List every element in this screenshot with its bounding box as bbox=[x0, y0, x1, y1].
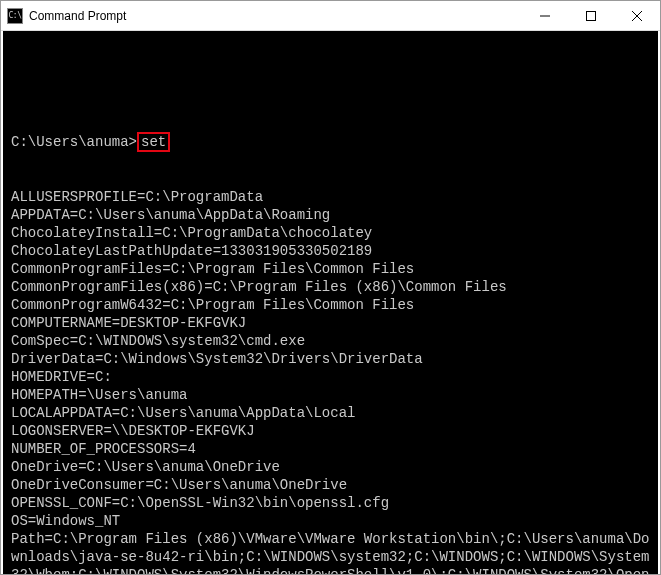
output-line: ALLUSERSPROFILE=C:\ProgramData bbox=[11, 188, 650, 206]
output-line: HOMEPATH=\Users\anuma bbox=[11, 386, 650, 404]
output-line: CommonProgramFiles=C:\Program Files\Comm… bbox=[11, 260, 650, 278]
output-lines: ALLUSERSPROFILE=C:\ProgramDataAPPDATA=C:… bbox=[11, 188, 650, 574]
output-line: CommonProgramFiles(x86)=C:\Program Files… bbox=[11, 278, 650, 296]
output-line: NUMBER_OF_PROCESSORS=4 bbox=[11, 440, 650, 458]
output-line: OneDriveConsumer=C:\Users\anuma\OneDrive bbox=[11, 476, 650, 494]
output-line: ChocolateyLastPathUpdate=133031905330502… bbox=[11, 242, 650, 260]
output-line: Path=C:\Program Files (x86)\VMware\VMwar… bbox=[11, 530, 650, 574]
output-line: DriverData=C:\Windows\System32\Drivers\D… bbox=[11, 350, 650, 368]
command-highlight: set bbox=[137, 132, 170, 152]
output-line: LOGONSERVER=\\DESKTOP-EKFGVKJ bbox=[11, 422, 650, 440]
output-line: OneDrive=C:\Users\anuma\OneDrive bbox=[11, 458, 650, 476]
output-line: CommonProgramW6432=C:\Program Files\Comm… bbox=[11, 296, 650, 314]
titlebar: C:\ Command Prompt bbox=[1, 1, 660, 31]
window-controls bbox=[522, 1, 660, 30]
output-line: ComSpec=C:\WINDOWS\system32\cmd.exe bbox=[11, 332, 650, 350]
svg-rect-1 bbox=[587, 11, 596, 20]
output-line: COMPUTERNAME=DESKTOP-EKFGVKJ bbox=[11, 314, 650, 332]
prompt-line: C:\Users\anuma>set bbox=[11, 133, 650, 152]
cmd-icon: C:\ bbox=[7, 8, 23, 24]
output-line: APPDATA=C:\Users\anuma\AppData\Roaming bbox=[11, 206, 650, 224]
output-line: LOCALAPPDATA=C:\Users\anuma\AppData\Loca… bbox=[11, 404, 650, 422]
output-line: ChocolateyInstall=C:\ProgramData\chocola… bbox=[11, 224, 650, 242]
maximize-button[interactable] bbox=[568, 1, 614, 30]
output-line: OPENSSL_CONF=C:\OpenSSL-Win32\bin\openss… bbox=[11, 494, 650, 512]
output-line: OS=Windows_NT bbox=[11, 512, 650, 530]
output-line: HOMEDRIVE=C: bbox=[11, 368, 650, 386]
terminal-output[interactable]: C:\Users\anuma>set ALLUSERSPROFILE=C:\Pr… bbox=[3, 31, 658, 574]
command-text: set bbox=[141, 134, 166, 150]
window-title: Command Prompt bbox=[29, 9, 522, 23]
minimize-button[interactable] bbox=[522, 1, 568, 30]
close-button[interactable] bbox=[614, 1, 660, 30]
prompt-path: C:\Users\anuma> bbox=[11, 134, 137, 150]
